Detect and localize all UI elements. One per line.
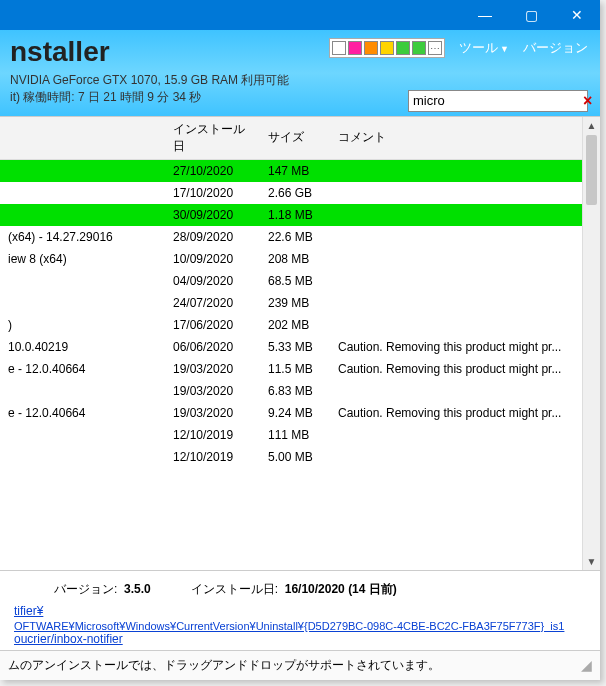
cell-comment: [330, 292, 582, 314]
cell-size: 5.33 MB: [260, 336, 330, 358]
cell-date: 24/07/2020: [165, 292, 260, 314]
titlebar: — ▢ ✕: [0, 0, 600, 30]
cell-name: [0, 424, 165, 446]
cell-comment: [330, 226, 582, 248]
search-input[interactable]: [413, 93, 581, 108]
table-row[interactable]: 04/09/202068.5 MB: [0, 270, 582, 292]
detail-version-label: バージョン:: [54, 582, 117, 596]
table-row[interactable]: iew 8 (x64)10/09/2020208 MB: [0, 248, 582, 270]
cell-comment: [330, 248, 582, 270]
detail-link-2[interactable]: oucrier/inbox-notifier: [14, 632, 123, 646]
cell-name: [0, 182, 165, 204]
table-row[interactable]: 19/03/20206.83 MB: [0, 380, 582, 402]
cell-size: 6.83 MB: [260, 380, 330, 402]
detail-link-1[interactable]: tifier¥: [14, 604, 43, 618]
detail-version-value: 3.5.0: [124, 582, 151, 596]
color-chip[interactable]: [396, 41, 410, 55]
table-row[interactable]: 24/07/2020239 MB: [0, 292, 582, 314]
cell-comment: [330, 424, 582, 446]
table-area: インストール日 サイズ コメント 27/10/2020147 MB17/10/2…: [0, 116, 600, 570]
cell-date: 17/06/2020: [165, 314, 260, 336]
chevron-down-icon: ▼: [500, 44, 509, 54]
table-row[interactable]: )17/06/2020202 MB: [0, 314, 582, 336]
cell-date: 12/10/2019: [165, 424, 260, 446]
tools-menu[interactable]: ツール▼: [459, 39, 509, 57]
cell-name: iew 8 (x64): [0, 248, 165, 270]
clear-search-icon[interactable]: ×: [581, 92, 594, 110]
col-header-name[interactable]: [0, 117, 165, 160]
version-link[interactable]: バージョン: [523, 39, 588, 57]
cell-name: [0, 159, 165, 182]
cell-name: 10.0.40219: [0, 336, 165, 358]
cell-date: 04/09/2020: [165, 270, 260, 292]
cell-comment: [330, 159, 582, 182]
table-row[interactable]: 27/10/2020147 MB: [0, 159, 582, 182]
table-row[interactable]: 30/09/20201.18 MB: [0, 204, 582, 226]
table-row[interactable]: 12/10/20195.00 MB: [0, 446, 582, 468]
detail-registry-link[interactable]: OFTWARE¥Microsoft¥Windows¥CurrentVersion…: [14, 620, 564, 632]
color-chip[interactable]: [348, 41, 362, 55]
maximize-button[interactable]: ▢: [508, 0, 554, 30]
cell-size: 5.00 MB: [260, 446, 330, 468]
cell-size: 11.5 MB: [260, 358, 330, 380]
cell-date: 12/10/2019: [165, 446, 260, 468]
table-row[interactable]: e - 12.0.4066419/03/202011.5 MBCaution. …: [0, 358, 582, 380]
cell-date: 19/03/2020: [165, 402, 260, 424]
vertical-scrollbar[interactable]: ▲ ▼: [582, 117, 600, 570]
programs-table: インストール日 サイズ コメント 27/10/2020147 MB17/10/2…: [0, 117, 582, 468]
table-row[interactable]: e - 12.0.4066419/03/20209.24 MBCaution. …: [0, 402, 582, 424]
close-button[interactable]: ✕: [554, 0, 600, 30]
col-header-comment[interactable]: コメント: [330, 117, 582, 160]
detail-version: バージョン: 3.5.0: [54, 581, 151, 598]
cell-date: 06/06/2020: [165, 336, 260, 358]
cell-size: 2.66 GB: [260, 182, 330, 204]
cell-name: e - 12.0.40664: [0, 402, 165, 424]
cell-size: 147 MB: [260, 159, 330, 182]
detail-install-date: インストール日: 16/10/2020 (14 日前): [191, 581, 397, 598]
minimize-button[interactable]: —: [462, 0, 508, 30]
table-row[interactable]: 12/10/2019111 MB: [0, 424, 582, 446]
scroll-down-icon[interactable]: ▼: [583, 552, 600, 570]
table-row[interactable]: 17/10/20202.66 GB: [0, 182, 582, 204]
status-bar: ムのアンインストールでは、ドラッグアンドドロップがサポートされています。 ◢: [0, 650, 600, 680]
table-header-row: インストール日 サイズ コメント: [0, 117, 582, 160]
cell-date: 27/10/2020: [165, 159, 260, 182]
cell-size: 239 MB: [260, 292, 330, 314]
cell-name: (x64) - 14.27.29016: [0, 226, 165, 248]
cell-date: 10/09/2020: [165, 248, 260, 270]
table-row[interactable]: 10.0.4021906/06/20205.33 MBCaution. Remo…: [0, 336, 582, 358]
cell-date: 28/09/2020: [165, 226, 260, 248]
col-header-date[interactable]: インストール日: [165, 117, 260, 160]
color-chip[interactable]: [332, 41, 346, 55]
color-chip-more-icon[interactable]: ⋯: [428, 41, 442, 55]
cell-comment: [330, 314, 582, 336]
cell-name: ): [0, 314, 165, 336]
search-box[interactable]: ×: [408, 90, 588, 112]
color-chip[interactable]: [364, 41, 378, 55]
cell-date: 19/03/2020: [165, 358, 260, 380]
color-chip[interactable]: [412, 41, 426, 55]
cell-name: [0, 446, 165, 468]
cell-size: 22.6 MB: [260, 226, 330, 248]
color-chip[interactable]: [380, 41, 394, 55]
cell-size: 208 MB: [260, 248, 330, 270]
col-header-size[interactable]: サイズ: [260, 117, 330, 160]
cell-date: 19/03/2020: [165, 380, 260, 402]
cell-comment: [330, 204, 582, 226]
cell-comment: [330, 446, 582, 468]
cell-size: 111 MB: [260, 424, 330, 446]
resize-grip-icon[interactable]: ◢: [581, 657, 592, 674]
cell-size: 1.18 MB: [260, 204, 330, 226]
header: nstaller NVIDIA GeForce GTX 1070, 15.9 G…: [0, 30, 600, 116]
table-row[interactable]: (x64) - 14.27.2901628/09/202022.6 MB: [0, 226, 582, 248]
detail-summary-row: バージョン: 3.5.0 インストール日: 16/10/2020 (14 日前): [54, 581, 586, 598]
scroll-up-icon[interactable]: ▲: [583, 117, 600, 135]
scroll-thumb[interactable]: [586, 135, 597, 205]
cell-comment: Caution. Removing this product might pr.…: [330, 358, 582, 380]
detail-install-label: インストール日:: [191, 582, 278, 596]
cell-size: 68.5 MB: [260, 270, 330, 292]
status-text: ムのアンインストールでは、ドラッグアンドドロップがサポートされています。: [8, 657, 440, 674]
cell-comment: [330, 182, 582, 204]
cell-comment: [330, 270, 582, 292]
table-scroll[interactable]: インストール日 サイズ コメント 27/10/2020147 MB17/10/2…: [0, 117, 582, 570]
